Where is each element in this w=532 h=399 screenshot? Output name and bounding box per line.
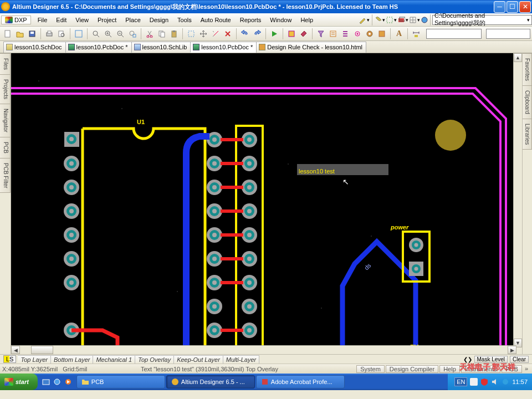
menu-autoroute[interactable]: Auto Route: [196, 15, 236, 25]
tab-schlib[interactable]: lesson10.SchLib: [131, 42, 191, 53]
left-tab-files[interactable]: Files: [0, 53, 11, 75]
left-tab-pcbfilter[interactable]: PCB Filter: [0, 158, 11, 193]
panel-pcb-button[interactable]: PCB: [502, 365, 522, 373]
left-tab-navigator[interactable]: Navigator: [0, 104, 11, 137]
menu-tools[interactable]: Tools: [173, 15, 196, 25]
tray-icon-1[interactable]: [470, 378, 478, 386]
left-tab-pcb[interactable]: PCB: [0, 137, 11, 158]
layer-set-button[interactable]: LS: [3, 355, 16, 363]
dimension-button[interactable]: [411, 28, 422, 39]
new-button[interactable]: [2, 28, 13, 39]
pencil-icon[interactable]: [359, 16, 366, 24]
clock[interactable]: 11:57: [512, 378, 528, 385]
delete-button[interactable]: [222, 28, 233, 39]
tray-shield-icon[interactable]: [480, 378, 488, 386]
tray-icon-4[interactable]: [502, 378, 509, 386]
menu-file[interactable]: File: [33, 15, 52, 25]
panel-system-button[interactable]: System: [356, 365, 385, 373]
combo-1[interactable]: [426, 29, 482, 39]
path-dropdown[interactable]: C:\Documents and Settings\gggg\我的▾: [432, 15, 532, 25]
combo-2[interactable]: [486, 29, 530, 39]
right-tab-clipboard[interactable]: Clipboard: [523, 85, 532, 119]
scroll-thumb[interactable]: [31, 346, 53, 354]
task-acrobat[interactable]: Adobe Acrobat Profe...: [256, 375, 345, 388]
minimize-button[interactable]: ─: [494, 1, 505, 13]
maximize-button[interactable]: ☐: [507, 1, 518, 13]
grid-icon[interactable]: [409, 16, 417, 24]
run-button[interactable]: [269, 28, 280, 39]
cross-probe-button[interactable]: [298, 28, 309, 39]
scroll-right-icon[interactable]: ▶: [508, 346, 516, 354]
menu-view[interactable]: View: [71, 15, 93, 25]
cut-button[interactable]: [144, 28, 155, 39]
dxp-menu[interactable]: DXP: [1, 16, 31, 24]
mask-level-button[interactable]: Mask Level: [474, 356, 508, 363]
close-button[interactable]: ✕: [519, 1, 531, 13]
tab-pcbdoc-2[interactable]: lesson10.PcbDoc *: [190, 42, 257, 53]
tab-drc[interactable]: Design Rule Check - lesson10.html: [256, 42, 366, 53]
tray-volume-icon[interactable]: [491, 378, 499, 386]
properties-button[interactable]: [352, 28, 363, 39]
wrench-icon[interactable]: [374, 16, 382, 24]
globe-icon[interactable]: [421, 16, 428, 24]
nav-icon[interactable]: ❮❯: [463, 356, 472, 362]
zoom-in-button[interactable]: [103, 28, 114, 39]
open-button[interactable]: [14, 28, 25, 39]
layer-tab-mech1[interactable]: Mechanical 1: [93, 355, 135, 364]
menu-help[interactable]: Help: [296, 15, 318, 25]
zoom-area-button[interactable]: [73, 28, 84, 39]
redo-button[interactable]: [252, 28, 263, 39]
layer-icon[interactable]: [397, 16, 405, 24]
via-button[interactable]: [376, 28, 387, 39]
layer-tab-keepout[interactable]: Keep-Out Layer: [174, 355, 223, 364]
menu-project[interactable]: Project: [93, 15, 121, 25]
start-button[interactable]: start: [0, 374, 38, 390]
panel-help-button[interactable]: Help: [439, 365, 460, 373]
layer-tab-top[interactable]: Top Layer: [18, 355, 51, 364]
panel-instruments-button[interactable]: Instruments: [461, 365, 500, 373]
layer-tab-topoverlay[interactable]: Top Overlay: [135, 355, 174, 364]
panel-designcompiler-button[interactable]: Design Compiler: [386, 365, 438, 373]
scroll-left-icon[interactable]: ◀: [11, 346, 20, 354]
zoom-out-button[interactable]: [115, 28, 126, 39]
inspect-button[interactable]: [328, 28, 339, 39]
scroll-up-icon[interactable]: ▲: [514, 53, 522, 62]
zoom-fit-button[interactable]: [90, 28, 101, 39]
right-tab-favorites[interactable]: Favorites: [523, 53, 532, 86]
save-button[interactable]: [27, 28, 38, 39]
pad-button[interactable]: [364, 28, 375, 39]
chevron-icon[interactable]: »: [523, 365, 530, 373]
filter-button[interactable]: [315, 28, 326, 39]
task-altium[interactable]: Altium Designer 6.5 - ...: [166, 375, 255, 388]
layer-tab-multi[interactable]: Multi-Layer: [223, 355, 259, 364]
ql-ie-icon[interactable]: [52, 376, 62, 387]
browse-button[interactable]: [286, 28, 297, 39]
ql-media-icon[interactable]: [63, 376, 73, 387]
right-tab-libraries[interactable]: Libraries: [523, 119, 532, 150]
print-button[interactable]: [44, 28, 55, 39]
place-axis-button[interactable]: [210, 28, 221, 39]
language-indicator[interactable]: EN: [454, 377, 467, 386]
paste-button[interactable]: [168, 28, 180, 39]
horizontal-scrollbar[interactable]: ◀ ▶: [11, 345, 516, 354]
menu-reports[interactable]: Reports: [236, 15, 266, 25]
task-pcb[interactable]: PCB: [76, 375, 165, 388]
preview-button[interactable]: [56, 28, 67, 39]
select-icon[interactable]: [386, 16, 393, 24]
text-button[interactable]: A: [393, 28, 405, 39]
undo-button[interactable]: [239, 28, 250, 39]
layer-tab-bottom[interactable]: Bottom Layer: [51, 355, 93, 364]
ql-showdesktop-icon[interactable]: [41, 376, 51, 387]
menu-design[interactable]: Design: [145, 15, 173, 25]
vertical-scrollbar[interactable]: ▲ ▼: [513, 53, 522, 347]
clear-button[interactable]: Clear: [510, 356, 529, 363]
list-button[interactable]: [340, 28, 351, 39]
menu-edit[interactable]: Edit: [52, 15, 71, 25]
zoom-sel-button[interactable]: [127, 28, 138, 39]
menu-place[interactable]: Place: [121, 15, 145, 25]
pcb-canvas[interactable]: U1: [11, 53, 516, 347]
tab-pcbdoc-1[interactable]: lesson10.PcbDoc *: [65, 42, 132, 53]
menu-window[interactable]: Window: [265, 15, 296, 25]
tab-schdoc[interactable]: lesson10.SchDoc: [3, 42, 66, 53]
copy-button[interactable]: [156, 28, 167, 39]
